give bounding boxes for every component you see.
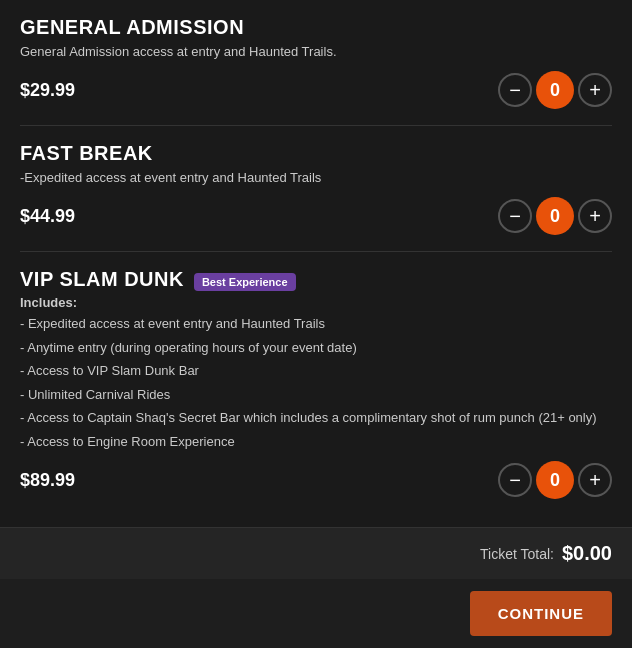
best-experience-badge: Best Experience bbox=[194, 273, 296, 291]
vip-include-item: - Access to VIP Slam Dunk Bar bbox=[20, 361, 612, 381]
ticket-title-row: General Admission bbox=[20, 16, 612, 43]
ticket-price-row: $44.99 − 0 + bbox=[20, 197, 612, 235]
decrement-button[interactable]: − bbox=[498, 463, 532, 497]
decrement-button[interactable]: − bbox=[498, 199, 532, 233]
footer-bar: CONTINUE bbox=[0, 579, 632, 648]
quantity-badge: 0 bbox=[536, 197, 574, 235]
quantity-badge: 0 bbox=[536, 71, 574, 109]
ticket-section-general-admission: General Admission General Admission acce… bbox=[20, 16, 612, 126]
increment-button[interactable]: + bbox=[578, 463, 612, 497]
ticket-title: VIP Slam Dunk bbox=[20, 268, 184, 291]
vip-include-item: - Expedited access at event entry and Ha… bbox=[20, 314, 612, 334]
ticket-total-value: $0.00 bbox=[562, 542, 612, 565]
ticket-description: -Expedited access at event entry and Hau… bbox=[20, 169, 612, 187]
vip-include-item: - Access to Engine Room Experience bbox=[20, 432, 612, 452]
main-container: General Admission General Admission acce… bbox=[0, 0, 632, 648]
vip-includes-list: - Expedited access at event entry and Ha… bbox=[20, 314, 612, 451]
ticket-total-label: Ticket Total: bbox=[480, 546, 554, 562]
ticket-controls: − 0 + bbox=[498, 71, 612, 109]
ticket-total-bar: Ticket Total: $0.00 bbox=[0, 527, 632, 579]
ticket-section-fast-break: Fast Break -Expedited access at event en… bbox=[20, 142, 612, 252]
ticket-title: General Admission bbox=[20, 16, 244, 39]
ticket-title: Fast Break bbox=[20, 142, 153, 165]
vip-include-item: - Anytime entry (during operating hours … bbox=[20, 338, 612, 358]
increment-button[interactable]: + bbox=[578, 199, 612, 233]
ticket-price-row: $89.99 − 0 + bbox=[20, 461, 612, 499]
ticket-description: General Admission access at entry and Ha… bbox=[20, 43, 612, 61]
ticket-title-row: Fast Break bbox=[20, 142, 612, 169]
tickets-area: General Admission General Admission acce… bbox=[0, 0, 632, 527]
vip-includes-title: Includes: bbox=[20, 295, 612, 310]
ticket-section-vip-slam-dunk: VIP Slam Dunk Best Experience Includes: … bbox=[20, 268, 612, 515]
vip-include-item: - Access to Captain Shaq's Secret Bar wh… bbox=[20, 408, 612, 428]
ticket-price: $29.99 bbox=[20, 80, 75, 101]
continue-button[interactable]: CONTINUE bbox=[470, 591, 612, 636]
vip-include-item: - Unlimited Carnival Rides bbox=[20, 385, 612, 405]
ticket-controls: − 0 + bbox=[498, 197, 612, 235]
quantity-badge: 0 bbox=[536, 461, 574, 499]
ticket-price: $89.99 bbox=[20, 470, 75, 491]
ticket-controls: − 0 + bbox=[498, 461, 612, 499]
ticket-price-row: $29.99 − 0 + bbox=[20, 71, 612, 109]
increment-button[interactable]: + bbox=[578, 73, 612, 107]
ticket-price: $44.99 bbox=[20, 206, 75, 227]
decrement-button[interactable]: − bbox=[498, 73, 532, 107]
ticket-title-row: VIP Slam Dunk Best Experience bbox=[20, 268, 612, 295]
